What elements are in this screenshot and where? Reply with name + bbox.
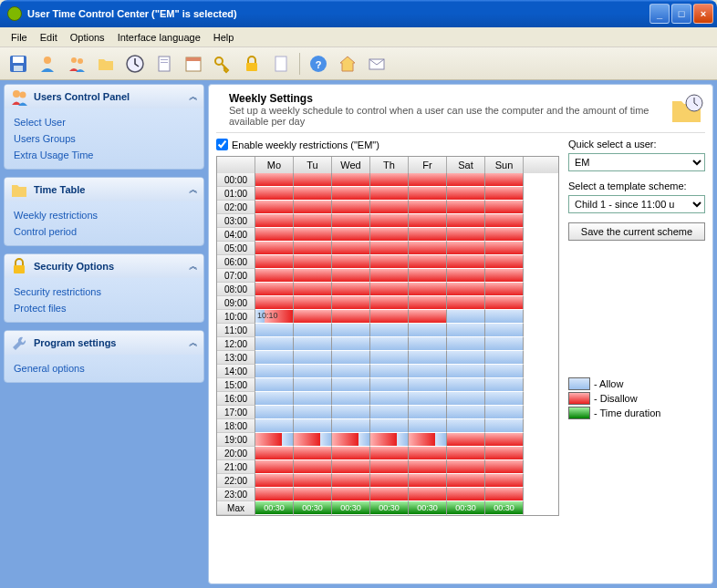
schedule-cell[interactable]: [255, 201, 294, 214]
schedule-cell[interactable]: [255, 324, 294, 337]
template-select[interactable]: Child 1 - since 11:00 u: [568, 195, 705, 213]
schedule-cell[interactable]: [409, 214, 447, 228]
schedule-cell[interactable]: [332, 337, 370, 351]
schedule-cell[interactable]: [485, 419, 524, 433]
schedule-cell[interactable]: [332, 447, 370, 460]
schedule-cell[interactable]: [447, 460, 485, 474]
minimize-button[interactable]: _: [649, 4, 670, 24]
schedule-cell[interactable]: [409, 310, 447, 324]
schedule-cell[interactable]: [370, 419, 409, 433]
schedule-cell[interactable]: [409, 228, 447, 242]
schedule-cell[interactable]: [447, 269, 485, 283]
schedule-cell[interactable]: [294, 324, 332, 337]
schedule-cell[interactable]: [255, 173, 294, 187]
schedule-cell[interactable]: [447, 201, 485, 214]
schedule-cell[interactable]: [409, 365, 447, 378]
schedule-cell[interactable]: [409, 378, 447, 392]
schedule-cell[interactable]: [485, 351, 524, 365]
schedule-cell[interactable]: [332, 365, 370, 378]
schedule-cell[interactable]: [485, 187, 524, 201]
menu-options[interactable]: Options: [65, 30, 110, 45]
key-icon[interactable]: [210, 51, 235, 77]
schedule-cell[interactable]: [332, 269, 370, 283]
schedule-cell[interactable]: [370, 283, 409, 296]
schedule-cell[interactable]: [485, 310, 524, 324]
schedule-cell[interactable]: [255, 378, 294, 392]
schedule-cell[interactable]: [332, 460, 370, 474]
schedule-cell[interactable]: [255, 242, 294, 255]
schedule-cell[interactable]: [447, 324, 485, 337]
sidebar-item-users-groups[interactable]: Users Groups: [14, 130, 194, 147]
quick-select-user[interactable]: EM: [568, 153, 705, 171]
schedule-cell[interactable]: [294, 187, 332, 201]
schedule-cell[interactable]: [409, 447, 447, 460]
schedule-cell[interactable]: [409, 488, 447, 501]
sidebar-item-protect-files[interactable]: Protect files: [14, 300, 194, 316]
schedule-cell[interactable]: [370, 269, 409, 283]
schedule-cell[interactable]: [294, 269, 332, 283]
schedule-cell[interactable]: [409, 242, 447, 255]
schedule-cell[interactable]: [485, 488, 524, 501]
schedule-cell[interactable]: [294, 406, 332, 419]
schedule-cell[interactable]: [255, 488, 294, 501]
schedule-cell[interactable]: [332, 406, 370, 419]
schedule-cell[interactable]: [485, 255, 524, 269]
schedule-cell[interactable]: [370, 173, 409, 187]
schedule-cell[interactable]: [332, 310, 370, 324]
schedule-cell[interactable]: [294, 228, 332, 242]
sidebar-item-extra-usage[interactable]: Extra Usage Time: [14, 147, 194, 163]
schedule-cell[interactable]: [447, 228, 485, 242]
schedule-cell[interactable]: [485, 365, 524, 378]
schedule-cell[interactable]: [332, 324, 370, 337]
schedule-cell[interactable]: [294, 419, 332, 433]
schedule-cell[interactable]: [447, 365, 485, 378]
schedule-cell[interactable]: [294, 201, 332, 214]
blank-page-icon[interactable]: [268, 51, 294, 77]
schedule-cell[interactable]: [332, 488, 370, 501]
schedule-cell[interactable]: [294, 296, 332, 310]
users-icon[interactable]: [64, 51, 89, 77]
schedule-cell[interactable]: 10:10: [255, 310, 294, 324]
schedule-cell[interactable]: [447, 173, 485, 187]
schedule-cell[interactable]: [485, 173, 524, 187]
schedule-cell[interactable]: [332, 296, 370, 310]
schedule-cell[interactable]: [485, 242, 524, 255]
schedule-cell[interactable]: [370, 351, 409, 365]
schedule-cell[interactable]: [294, 310, 332, 324]
schedule-cell[interactable]: [294, 242, 332, 255]
schedule-cell[interactable]: [447, 406, 485, 419]
schedule-cell[interactable]: [485, 283, 524, 296]
menu-file[interactable]: File: [5, 30, 33, 45]
schedule-cell[interactable]: [447, 214, 485, 228]
schedule-cell[interactable]: [447, 392, 485, 406]
schedule-cell[interactable]: [485, 406, 524, 419]
schedule-cell[interactable]: [294, 255, 332, 269]
schedule-cell[interactable]: [485, 201, 524, 214]
schedule-cell[interactable]: [409, 351, 447, 365]
schedule-cell[interactable]: [409, 392, 447, 406]
schedule-cell[interactable]: [370, 488, 409, 501]
schedule-cell[interactable]: [409, 283, 447, 296]
schedule-cell[interactable]: [485, 296, 524, 310]
schedule-cell[interactable]: [485, 228, 524, 242]
schedule-cell[interactable]: [255, 337, 294, 351]
panel-users-header[interactable]: Users Control Panel ︽: [5, 85, 203, 108]
schedule-cell[interactable]: [255, 269, 294, 283]
schedule-cell[interactable]: [409, 474, 447, 488]
schedule-cell[interactable]: [370, 460, 409, 474]
schedule-cell[interactable]: [409, 337, 447, 351]
schedule-cell[interactable]: [332, 255, 370, 269]
schedule-cell[interactable]: [447, 187, 485, 201]
schedule-cell[interactable]: [294, 392, 332, 406]
user-icon[interactable]: [35, 51, 60, 77]
sidebar-item-general-options[interactable]: General options: [14, 360, 194, 377]
schedule-cell[interactable]: [485, 447, 524, 460]
folder-icon[interactable]: [93, 51, 119, 77]
save-icon[interactable]: [5, 51, 31, 77]
schedule-cell[interactable]: [294, 474, 332, 488]
schedule-cell[interactable]: [485, 433, 524, 447]
schedule-cell[interactable]: [485, 392, 524, 406]
schedule-cell[interactable]: [332, 173, 370, 187]
schedule-cell[interactable]: [447, 337, 485, 351]
schedule-cell[interactable]: [332, 228, 370, 242]
